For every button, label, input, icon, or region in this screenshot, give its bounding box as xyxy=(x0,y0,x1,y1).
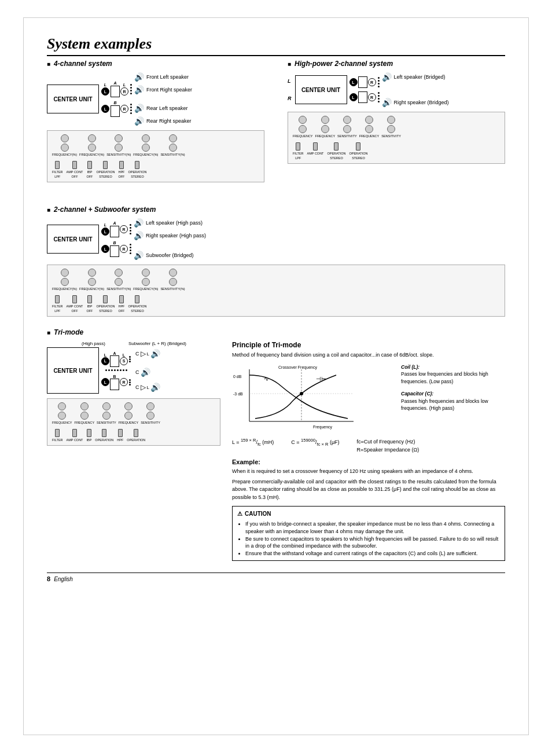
hp-knob-10 xyxy=(387,125,395,133)
2ch-sw-lb-4: OPERATION xyxy=(96,304,115,308)
sensitivity-label-2: SENSITIVITY(%) xyxy=(160,153,185,156)
2ch-freq: FREQUENCY(%) xyxy=(52,287,77,291)
principle-description: Method of frequency band division using … xyxy=(232,351,505,359)
page-number: 8 xyxy=(47,575,50,582)
2ch-cg-5: SENSITIVITY(%) xyxy=(160,269,185,291)
hp-speaker-list: 🔊 Left speaker (Bridged) 🔊 Right speaker… xyxy=(382,72,449,107)
2ch-knob-3 xyxy=(88,269,96,277)
knob-3 xyxy=(88,134,96,142)
hp-sw-label-4: OPERATION xyxy=(349,152,367,155)
connector-l-a: L xyxy=(101,87,109,96)
hp-knob-1 xyxy=(299,116,307,124)
hp-dot2 xyxy=(378,80,380,82)
2ch-sw-2: AMP CONT OFF xyxy=(67,295,83,313)
2ch-sw-v-4: STEREO xyxy=(99,309,112,313)
two-channel-sub-title: 2-channel + Subwoofer system xyxy=(47,205,505,214)
hp-sw-val-4: STEREO xyxy=(352,156,365,160)
hp-switch-4 xyxy=(356,142,360,151)
neg3db-label: -3 dB xyxy=(233,392,243,396)
2ch-speaker-label-1: Left speaker (High pass) xyxy=(146,220,203,226)
page-title: System examples xyxy=(47,35,505,56)
cap-desc: Passes high frequencies and blocks low f… xyxy=(401,398,505,413)
tri-sw-lb-6: OPERATION xyxy=(127,438,145,442)
hp-sw-3: OPERATION STEREO xyxy=(327,142,345,160)
tri-sw-4: OPERATION xyxy=(95,429,113,442)
2ch-knob-5 xyxy=(115,269,123,277)
2ch-switch-6 xyxy=(135,295,139,303)
freq-label: FREQUENCY(%) xyxy=(52,153,77,156)
tri-knob-8 xyxy=(124,412,133,420)
hp-freq-3: FREQUENCY xyxy=(359,134,380,138)
control-group-4: FREQUENCY(%) xyxy=(133,134,158,156)
2ch-knob-8 xyxy=(142,278,150,286)
2ch-sw-lb-6: OPERATION xyxy=(128,304,146,308)
tri-dot2 xyxy=(129,358,131,360)
hp-sw-val-1: LPF xyxy=(295,156,301,160)
knob-6 xyxy=(115,144,123,152)
center-unit-tri: CENTER UNIT xyxy=(47,347,99,394)
example-body: Prepare commercially-available coil and … xyxy=(232,478,505,502)
2ch-rect-a xyxy=(110,226,119,237)
2ch-speaker-label-3: Subwoofer (Bridged) xyxy=(146,252,194,258)
hp-sens: SENSITIVITY xyxy=(337,134,357,138)
tri-rect-a xyxy=(110,355,119,367)
knob-9 xyxy=(169,134,177,142)
2ch-switch-1 xyxy=(55,295,60,303)
hp-sw-4: OPERATION STEREO xyxy=(349,142,367,160)
trimode-highpass-label: (High pass) xyxy=(82,341,105,346)
2ch-switch-4 xyxy=(103,295,108,303)
tri-conn-l1: L xyxy=(101,357,109,365)
hp-dot4 xyxy=(378,86,380,87)
tri-dot1 xyxy=(129,356,131,358)
tri-mid-dot1 xyxy=(105,369,107,371)
control-group-5: SENSITIVITY(%) xyxy=(160,134,185,156)
2ch-sw-4: OPERATION STEREO xyxy=(96,295,115,313)
hp-dot1 xyxy=(378,77,380,79)
trimode-wrapper: (High pass) Subwoofer (L + R) (Bridged) … xyxy=(47,341,505,561)
coil-title: Coil (L): xyxy=(401,364,419,370)
2ch-dot6 xyxy=(130,247,131,248)
switch-val-3: OFF xyxy=(86,175,93,178)
2ch-rect-b xyxy=(110,245,119,257)
hp-rect-b xyxy=(358,91,367,103)
trimode-principle: Principle of Tri-mode Method of frequenc… xyxy=(232,341,505,561)
2ch-sw-1: FILTER LPF xyxy=(52,295,63,313)
four-channel-title: 4-channel system xyxy=(47,60,264,68)
dot7 xyxy=(130,109,132,111)
trimode-section: Tri-mode (High pass) Subwoofer (L + R) (… xyxy=(47,328,505,561)
center-unit-hp: CENTER UNIT xyxy=(295,75,347,104)
tri-knob-5 xyxy=(102,402,111,410)
four-channel-speaker-list: 🔊 Front Left speaker 🔊 Front Right speak… xyxy=(134,72,192,126)
frequency-graph: 0 dB -3 dB Crossover Frequency Frequency xyxy=(232,364,359,433)
switch-6 xyxy=(135,161,139,169)
high-power-title: High-power 2-channel system xyxy=(288,60,505,68)
2ch-conn-l1: L xyxy=(101,227,109,236)
tri-sw-lb-4: OPERATION xyxy=(95,438,113,442)
2ch-dot3 xyxy=(130,230,131,232)
connector-l-b: L xyxy=(101,105,109,113)
knob-10 xyxy=(169,144,177,152)
2ch-switch-3 xyxy=(87,295,92,303)
tri-sw-6: OPERATION xyxy=(127,429,145,442)
control-panel-tri: FREQUENCY FREQUENCY SENSITIVITY xyxy=(47,398,220,446)
hp-conn-l2: L xyxy=(349,93,358,101)
frequency-label: Frequency xyxy=(313,425,333,430)
hp-dot8 xyxy=(378,101,380,102)
tri-knob-10 xyxy=(146,412,154,420)
hp-rect-a xyxy=(358,76,367,88)
2ch-speaker-list: 🔊 Left speaker (High pass) 🔊 Right speak… xyxy=(134,218,206,260)
caution-box: ⚠ CAUTION If you wish to bridge-connect … xyxy=(232,506,505,561)
tri-mid-dot8 xyxy=(126,369,127,371)
tri-mid-dot3 xyxy=(111,369,113,371)
cap-symbol: ⊣⊢ xyxy=(316,376,326,382)
2ch-dot4 xyxy=(130,233,131,234)
tri-mid-dot6 xyxy=(120,369,122,371)
2ch-sw-5: HPF OFF xyxy=(118,295,124,313)
hp-knob-7 xyxy=(365,116,373,124)
hp-knob-9 xyxy=(387,116,395,124)
2ch-cg-4: FREQUENCY(%) xyxy=(133,269,158,291)
speaker-item: 🔊 Front Right speaker xyxy=(134,85,192,94)
switch-operation-2: OPERATION STEREO xyxy=(128,161,146,178)
tri-knob-3 xyxy=(80,402,89,410)
tri-sw-lb-2: AMP CONT xyxy=(67,438,83,442)
